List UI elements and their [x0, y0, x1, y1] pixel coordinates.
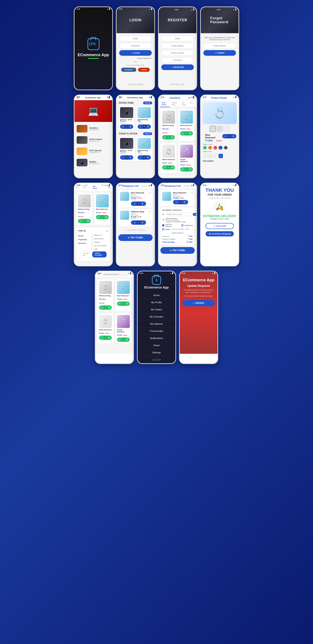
qty-plus-btn[interactable]: + — [107, 306, 112, 310]
category-camera[interactable]: DSLR Camera Description etc. — [77, 134, 110, 146]
product-diamond-ring2[interactable]: ♡ 💍 Diamond Ring ₹99/- ₹11,000/- − 0 + — [136, 137, 152, 161]
qty-plus-btn[interactable]: + — [182, 200, 187, 204]
qty-plus-btn[interactable]: + — [128, 155, 133, 160]
qty-plus-btn[interactable]: + — [231, 134, 235, 138]
qty-minus-btn[interactable]: − — [117, 338, 122, 342]
heart-icon[interactable]: ♡ — [132, 107, 134, 109]
qty-minus-btn[interactable]: − — [138, 155, 143, 160]
heart-icon[interactable]: ♡ — [129, 314, 131, 316]
qty-minus-btn[interactable]: − — [99, 306, 104, 310]
jewel-platinum-ring2[interactable]: 💍 Platinum Ring ₹25,000 ₹50,000 − 0 + — [76, 192, 93, 225]
radio-wallet[interactable] — [162, 228, 164, 230]
password-input[interactable] — [119, 43, 152, 48]
qty-minus-btn[interactable]: − — [162, 135, 167, 140]
qty-minus-btn[interactable]: − — [117, 302, 122, 306]
filter-checkbox[interactable] — [91, 244, 93, 246]
pay-button-3[interactable]: ⚡ PAY ₹ 2598/- — [160, 247, 195, 254]
update-button[interactable]: ✓ UPDATE — [182, 300, 215, 306]
qty-plus-btn[interactable]: + — [128, 124, 133, 129]
phone-input[interactable] — [161, 50, 194, 56]
qty-plus-btn[interactable]: + — [188, 167, 193, 172]
apply-filters-button[interactable]: APPLY FILTERS — [92, 252, 107, 258]
qty-plus-btn[interactable]: + — [146, 124, 150, 129]
back-arrow-register[interactable]: ‹ — [161, 8, 162, 11]
search-result-purple-diamond[interactable]: ♡ 💍 Purple Diamond ₹1299 ₹1000 − 0 + — [115, 313, 132, 344]
qty-minus-btn[interactable]: − — [78, 219, 83, 223]
menu-my-orders[interactable]: My Orders — [138, 306, 175, 313]
filter-checkbox[interactable] — [91, 248, 93, 250]
heart-icon[interactable]: ♡ — [129, 280, 131, 282]
offer-view-all-btn[interactable]: View All — [143, 102, 152, 104]
qty-minus-btn[interactable]: − — [174, 200, 179, 204]
qty-plus-btn[interactable]: + — [170, 135, 175, 140]
delete-icon[interactable]: 🗑 — [149, 210, 151, 212]
jewel-white-diamond[interactable]: ♡ 💍 White Diamond ₹1299 ₹1000 − 0 + — [160, 143, 177, 173]
view-details-link[interactable]: VIEW DETAILS — [162, 231, 193, 235]
heart-icon[interactable]: ♡ — [192, 110, 194, 112]
back-arrow-forgot[interactable]: ‹ — [203, 8, 204, 11]
qty-minus-btn[interactable]: − — [120, 124, 125, 129]
menu-settings[interactable]: Settings — [138, 349, 175, 356]
size-s-btn[interactable]: S — [203, 154, 207, 158]
gmail-button[interactable]: Gmail — [138, 68, 150, 72]
delete-icon[interactable]: 🗑 — [191, 191, 193, 194]
heart-icon[interactable]: ♡ — [111, 314, 113, 316]
thumb-2[interactable] — [217, 126, 223, 132]
size-xl-btn[interactable]: XL — [219, 154, 223, 158]
qty-minus-btn[interactable]: − — [132, 202, 137, 206]
thumb-1[interactable] — [210, 126, 216, 132]
login-link[interactable]: click here to Login — [161, 82, 194, 87]
color-dark[interactable] — [224, 146, 228, 150]
filter-checkbox[interactable] — [91, 241, 93, 243]
menu-logout[interactable]: Log Out — [138, 356, 175, 363]
qty-plus-btn[interactable]: + — [170, 165, 175, 170]
qty-plus-btn[interactable]: + — [104, 215, 109, 219]
forgot-password-link[interactable]: Forgot Password ? — [119, 57, 152, 59]
color-blue[interactable] — [219, 146, 222, 150]
pay-button[interactable]: ⚡ PAY ₹ 2598/- — [118, 234, 153, 241]
email-address-forgot-input[interactable] — [203, 43, 236, 48]
qty-minus-btn[interactable]: − — [120, 155, 125, 160]
heart-icon[interactable]: ♡ — [149, 138, 151, 140]
qty-minus-btn[interactable]: − — [99, 336, 104, 340]
tab-couple-ring[interactable]: Couple Ring — [170, 101, 180, 107]
qty-plus-btn[interactable]: + — [86, 219, 91, 223]
qty-plus-btn[interactable]: + — [146, 155, 150, 160]
apply-promo-btn[interactable]: Apply — [193, 213, 197, 216]
qty-minus-btn[interactable]: − — [180, 167, 185, 172]
menu-my-address[interactable]: My Address — [138, 320, 175, 328]
jewel-platinum-ring[interactable]: ♡ 💍 Platinum Ring ₹25,000 ₹40,000 − 0 + — [160, 109, 177, 141]
qty-minus-btn[interactable]: − — [96, 215, 101, 219]
menu-my-favorites[interactable]: My Favorites — [138, 313, 175, 320]
jewel-purple-diamond[interactable]: ♡ 💍 Purple Diamond ₹1299 ₹1000 − 0 + — [178, 143, 195, 173]
promo-code-input[interactable] — [165, 212, 192, 216]
heart-icon[interactable]: ♡ — [149, 107, 151, 109]
product-iphone[interactable]: ♡ 📱 Iphone 6 - 16 GB ₹25,000/- ₹30,000/-… — [119, 106, 135, 130]
qty-minus-btn[interactable]: − — [138, 124, 143, 129]
tab-gold-chain[interactable]: Gold Chain — [160, 101, 170, 107]
menu-share[interactable]: Share — [138, 342, 175, 349]
clear-all-button[interactable]: CLEAR ALL — [80, 252, 92, 258]
qty-minus-btn[interactable]: − — [180, 131, 185, 136]
color-red[interactable] — [213, 146, 217, 150]
heart-icon[interactable]: ♡ — [111, 280, 113, 282]
product-diamond-ring[interactable]: ♡ 💍 Diamond Ring ₹99/- ₹11,000/- − 0 + — [136, 106, 152, 130]
expand-icon[interactable]: ▲ — [125, 229, 128, 231]
product-iphone2[interactable]: ♡ 📱 Iphone 6 - 16 GB ₹25,000/- ₹30,000/-… — [119, 137, 135, 161]
qty-minus-btn[interactable]: − — [132, 220, 137, 225]
radio-paymoney[interactable] — [181, 224, 183, 226]
email-input[interactable] — [119, 36, 152, 42]
search-result-blue-diamond[interactable]: ♡ 💍 Blue Diamond ₹1299 ₹1999 − 0 + — [115, 279, 132, 312]
jewel-blue-diamond[interactable]: ♡ 💍 Blue Diamond ₹1299 ₹1999 − 0 + — [178, 109, 195, 141]
menu-promocodes[interactable]: Promocodes — [138, 328, 175, 335]
name-input[interactable] — [161, 36, 194, 42]
email-address-input[interactable] — [161, 43, 194, 48]
jewel-blue-diamond2[interactable]: 💍 Blue Diamond ₹1299 ₹1999 − 0 + — [94, 192, 111, 225]
category-kids[interactable]: Kid's Special Description etc. — [77, 146, 110, 157]
category-jewellery[interactable]: Jewellery Description etc. — [77, 123, 110, 134]
category-mobiles[interactable]: 📱 Mobiles Description etc. — [77, 157, 110, 168]
qty-plus-btn[interactable]: + — [140, 220, 145, 225]
qty-plus-btn[interactable]: + — [107, 336, 112, 340]
filter-checkbox[interactable] — [91, 234, 93, 236]
qty-minus-btn[interactable]: − — [162, 165, 167, 170]
